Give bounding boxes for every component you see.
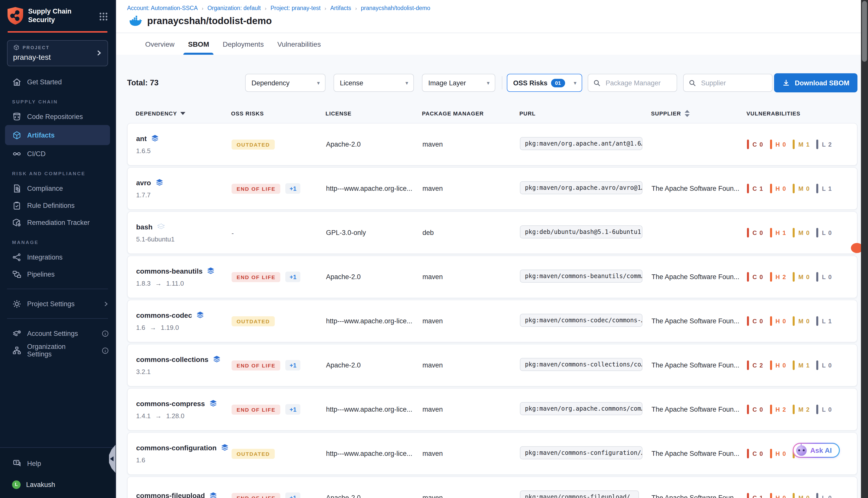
sidebar-item-pipelines[interactable]: Pipelines (0, 265, 115, 283)
sidebar-item-rule-definitions[interactable]: Rule Definitions (0, 197, 115, 214)
tab-sbom[interactable]: SBOM (188, 33, 209, 55)
tab-overview[interactable]: Overview (145, 33, 174, 55)
breadcrumb-link[interactable]: Account: Automation-SSCA (127, 5, 198, 11)
table-row[interactable]: commons-codec1.6→1.19.0OUTDATEDhttp---ww… (127, 300, 857, 342)
chevron-down-icon: ▾ (487, 80, 490, 86)
oss-risks-cell: END OF LIFE+1 (232, 272, 326, 282)
breadcrumb-link[interactable]: Project: pranay-test (271, 5, 321, 11)
purl-pill[interactable]: pkg:deb/ubuntu/bash@5.1-6ubuntu1 (520, 225, 643, 238)
dependency-version: 1.6 (136, 324, 145, 331)
table-row[interactable]: commons-collections3.2.1END OF LIFE+1Apa… (127, 344, 857, 386)
severity-bar (793, 316, 795, 326)
scrollbar-thumb[interactable] (862, 1, 867, 62)
sidebar-item-help[interactable]: ? Help (0, 455, 115, 472)
risk-badge: END OF LIFE (232, 272, 281, 282)
table-row[interactable]: commons-beanutils1.8.3→1.11.0END OF LIFE… (127, 255, 857, 298)
dependency-name: commons-configuration (136, 444, 217, 451)
severity-label: C 0 (752, 229, 763, 236)
project-selector[interactable]: PROJECT pranay-test (7, 40, 108, 66)
sidebar-item-artifacts[interactable]: Artifacts (5, 125, 110, 145)
table-row[interactable]: commons-fileuploadEND OF LIFE+1Apache-2.… (127, 476, 857, 498)
chevron-down-icon: ▾ (405, 80, 408, 86)
vuln-count-c: C 1 (747, 184, 763, 193)
license-cell: http---www.apache.org-lice... (326, 185, 423, 192)
supplier-search-input[interactable] (700, 79, 767, 87)
package-manager-search-input[interactable] (605, 79, 671, 87)
sidebar-item-compliance[interactable]: Compliance (0, 180, 115, 197)
sidebar-user[interactable]: L Lavakush (0, 476, 115, 493)
sidebar-item-account-settings[interactable]: Account Settings (0, 325, 115, 342)
table-row[interactable]: bash5.1-6ubuntu1-GPL-3.0-onlydebpkg:deb/… (127, 211, 857, 254)
sidebar-item-project-settings[interactable]: Project Settings (0, 295, 115, 312)
supplier-search[interactable] (683, 74, 772, 92)
sidebar-item-label: Artifacts (27, 131, 55, 139)
purl-pill[interactable]: pkg:maven/commons-collections/co… (520, 358, 643, 371)
severity-bar (770, 140, 772, 149)
vuln-count-m: M 0 (793, 272, 810, 281)
column-header-package-manager: PACKAGE MANAGER (422, 110, 519, 116)
breadcrumb-link[interactable]: Organization: default (207, 5, 261, 11)
supply-chain-security-logo-icon (7, 6, 24, 25)
tab-vulnerabilities[interactable]: Vulnerabilities (277, 33, 321, 55)
table-row[interactable]: commons-configuration1.6OUTDATEDhttp---w… (127, 432, 857, 475)
vuln-count-c: C 2 (747, 361, 763, 370)
column-header-supplier[interactable]: SUPPLIER (651, 110, 747, 117)
oss-risks-filter[interactable]: OSS Risks 01 ▾ (507, 74, 582, 92)
sidebar-item-organization-settings[interactable]: Organization Settings (0, 342, 115, 359)
breadcrumb-link[interactable]: Artifacts (330, 5, 351, 11)
ask-ai-button[interactable]: Ask AI (793, 443, 840, 458)
vuln-count-l: L 0 (817, 361, 832, 370)
column-header-license: LICENSE (325, 110, 422, 116)
table-row[interactable]: ant1.6.5OUTDATEDApache-2.0mavenpkg:maven… (127, 123, 857, 166)
vuln-count-m: M 0 (793, 228, 810, 237)
sidebar-header: Supply Chain Security (0, 0, 115, 25)
severity-label: M 2 (799, 406, 810, 413)
package-manager-search[interactable] (587, 74, 677, 92)
sidebar-item-code-repositories[interactable]: Code Repositories (0, 108, 115, 125)
risk-more-chip[interactable]: +1 (286, 360, 300, 370)
search-icon (593, 79, 600, 87)
severity-label: H 0 (775, 185, 786, 192)
purl-pill[interactable]: pkg:maven/commons-fileupload/… (520, 490, 639, 498)
sidebar-item-remediation-tracker[interactable]: Remediation Tracker (0, 214, 115, 231)
vulnerabilities-cell: C 2H 0M 1L 0 (747, 361, 857, 370)
purl-pill[interactable]: pkg:maven/org.apache.avro/avro@1… (520, 181, 643, 194)
layers-icon (209, 491, 218, 498)
download-sbom-button[interactable]: Download SBOM (774, 73, 858, 92)
risk-more-chip[interactable]: +1 (286, 404, 300, 415)
vuln-count-h: H 2 (770, 405, 786, 414)
sidebar-item-cicd[interactable]: CI/CD (0, 145, 115, 162)
table-row[interactable]: commons-compress1.4.1→1.28.0END OF LIFE+… (127, 388, 857, 431)
dependency-cell: avro1.7.7 (136, 178, 232, 199)
sidebar-item-integrations[interactable]: Integrations (0, 249, 115, 265)
risk-more-chip[interactable]: +1 (286, 272, 300, 282)
dependency-version: 5.1-6ubuntu1 (136, 235, 174, 243)
sidebar-item-label: Organization Settings (27, 343, 90, 358)
purl-pill[interactable]: pkg:maven/commons-configuration/… (520, 446, 643, 459)
license-filter-dropdown[interactable]: License▾ (333, 74, 414, 92)
purl-pill[interactable]: pkg:maven/commons-beanutils/comm… (520, 269, 643, 283)
breadcrumb-link[interactable]: pranaycshah/todolist-demo (361, 5, 430, 11)
risk-more-chip[interactable]: +1 (286, 183, 300, 194)
module-grid-icon[interactable] (99, 12, 108, 21)
purl-pill[interactable]: pkg:maven/org.apache.commons/com… (520, 402, 643, 415)
license-cell: Apache-2.0 (326, 273, 423, 280)
supplier-cell: The Apache Software Foun... (651, 362, 747, 369)
table-row[interactable]: avro1.7.7END OF LIFE+1http---www.apache.… (127, 167, 857, 210)
sidebar-item-get-started[interactable]: Get Started (0, 73, 115, 90)
dependency-filter-dropdown[interactable]: Dependency▾ (245, 74, 325, 92)
risk-more-chip[interactable]: +1 (286, 493, 300, 498)
severity-label: C 0 (752, 273, 763, 280)
purl-pill[interactable]: pkg:maven/commons-codec/commons-… (520, 314, 643, 327)
tab-deployments[interactable]: Deployments (223, 33, 264, 55)
image-layer-filter-dropdown[interactable]: Image Layer▾ (422, 74, 495, 92)
layers-icon (212, 355, 221, 364)
layers-icon (207, 266, 215, 275)
vertical-scrollbar[interactable] (861, 0, 868, 498)
project-name: pranay-test (13, 53, 95, 61)
column-header-dependency[interactable]: DEPENDENCY (135, 110, 231, 116)
purl-pill[interactable]: pkg:maven/org.apache.ant/ant@1.6… (520, 137, 643, 150)
download-icon (782, 79, 790, 87)
vuln-count-l: L 2 (817, 140, 832, 149)
sidebar-section-label: SUPPLY CHAIN (12, 99, 115, 104)
